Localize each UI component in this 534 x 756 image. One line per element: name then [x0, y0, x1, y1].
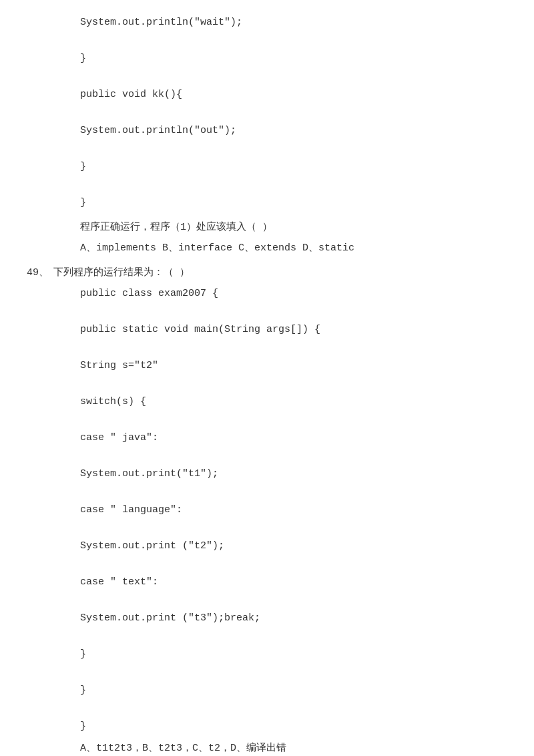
q49-code-print-t3: System.out.print ("t3");break; [80, 609, 507, 627]
q49-code-print-t2: System.out.print ("t2"); [80, 537, 507, 555]
q49-code-case-text: case " text": [80, 573, 507, 591]
q49-code-empty11 [80, 663, 507, 681]
question49-header: 49、 下列程序的运行结果为：（ ） [27, 264, 507, 282]
question49-block: 49、 下列程序的运行结果为：（ ） public class exam2007… [27, 264, 507, 756]
q49-code-empty6 [80, 483, 507, 501]
code-line-empty-5 [80, 176, 507, 194]
question49-options: A、t1t2t3，B、t2t3，C、t2，D、编译出错 [80, 739, 507, 756]
q49-code-switch: switch(s) { [80, 393, 507, 411]
q49-code-empty9 [80, 591, 507, 609]
q49-code-close1: } [80, 645, 507, 663]
code-line-close-brace-3: } [80, 194, 507, 212]
code-line-empty-2 [80, 67, 507, 85]
q49-code-print-t1: System.out.print("t1"); [80, 465, 507, 483]
code-line-empty-1 [80, 31, 507, 49]
question48-description: 程序正确运行，程序（1）处应该填入（ ） [80, 218, 507, 236]
code-line-close-brace-2: } [80, 158, 507, 176]
q49-code-main: public static void main(String args[]) { [80, 321, 507, 339]
question49-number: 49、 [27, 264, 53, 282]
q49-code-empty10 [80, 627, 507, 645]
q49-code-case-language: case " language": [80, 501, 507, 519]
q49-code-empty1 [80, 303, 507, 321]
q49-code-empty7 [80, 519, 507, 537]
q49-code-empty5 [80, 447, 507, 465]
q49-code: public class exam2007 { [80, 285, 507, 303]
q49-code-close2: } [80, 681, 507, 699]
q49-code-empty12 [80, 699, 507, 717]
question48-block: 程序正确运行，程序（1）处应该填入（ ） A、implements B、inte… [27, 218, 507, 257]
q49-code-empty3 [80, 375, 507, 393]
q49-code-case-java: case " java": [80, 429, 507, 447]
page-content: System.out.println("wait"); } public voi… [27, 13, 507, 756]
code-line-empty-4 [80, 140, 507, 158]
code-line-public-void-kk: public void kk(){ [80, 85, 507, 104]
q49-code-string-s: String s="t2" [80, 357, 507, 375]
question48-options: A、implements B、interface C、extends D、sta… [80, 239, 507, 257]
code-line-empty-3 [80, 104, 507, 122]
code-line-println-wait: System.out.println("wait"); [80, 13, 507, 31]
code-line-close-brace-1: } [80, 49, 507, 67]
question49-description: 下列程序的运行结果为：（ ） [53, 264, 190, 282]
q49-code-empty8 [80, 555, 507, 573]
q49-code-close3: } [80, 717, 507, 735]
q49-code-empty2 [80, 339, 507, 357]
code-line-println-out: System.out.println("out"); [80, 122, 507, 140]
q49-code-empty4 [80, 411, 507, 429]
